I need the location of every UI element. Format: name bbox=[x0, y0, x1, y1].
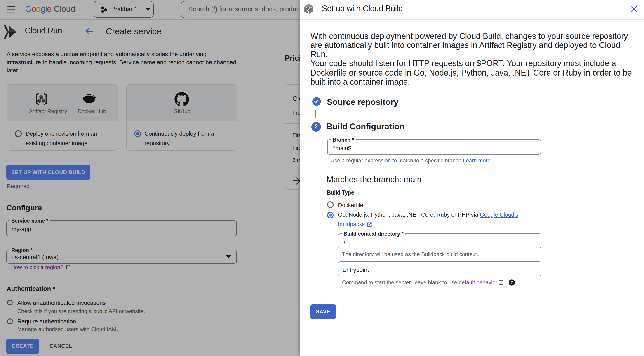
svg-text:?: ? bbox=[510, 280, 513, 285]
